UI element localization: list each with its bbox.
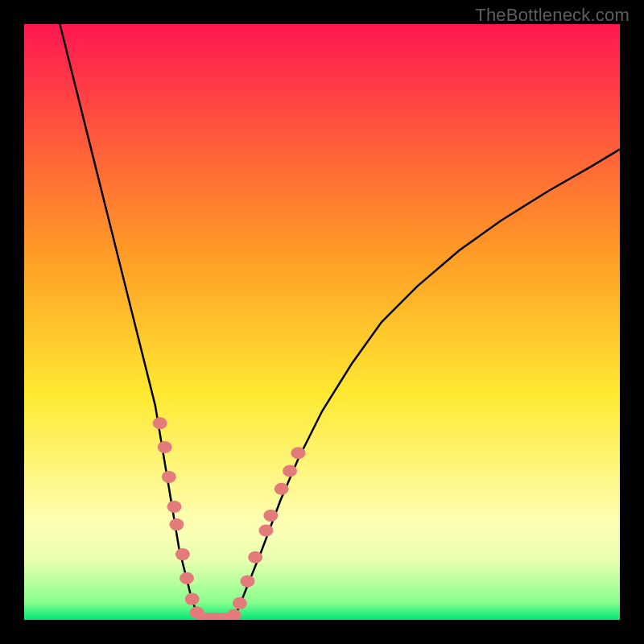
dot: [180, 572, 194, 584]
dot: [175, 548, 190, 560]
dot: [291, 447, 305, 459]
dot: [283, 465, 297, 477]
dot: [275, 483, 289, 495]
highlight-dots: [153, 417, 306, 620]
dot: [233, 597, 247, 609]
chart-frame: TheBottleneck.com: [0, 0, 644, 644]
curve-layer: [24, 24, 620, 620]
dot: [167, 501, 181, 513]
watermark-text: TheBottleneck.com: [475, 5, 630, 26]
plot-area: [24, 24, 620, 620]
dot: [162, 471, 176, 483]
dot: [153, 417, 167, 429]
dot: [169, 518, 184, 530]
dot: [258, 525, 273, 537]
v-curve: [60, 24, 620, 620]
dot: [226, 609, 241, 620]
dot: [248, 551, 262, 564]
dot: [185, 593, 200, 605]
dot: [158, 441, 172, 453]
dot: [241, 575, 255, 587]
dot: [263, 510, 278, 522]
